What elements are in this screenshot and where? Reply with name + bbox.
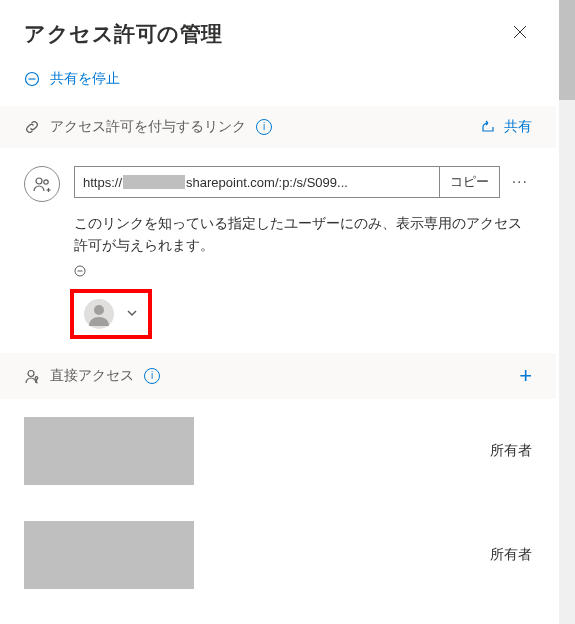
direct-access-section-header: 直接アクセス i +: [0, 353, 556, 399]
share-button[interactable]: 共有: [480, 118, 532, 136]
copy-link-button[interactable]: コピー: [439, 167, 499, 197]
share-url-prefix: https://: [83, 175, 122, 190]
member-role: 所有者: [490, 442, 532, 460]
link-icon: [24, 119, 40, 135]
remove-link-button[interactable]: [74, 263, 532, 281]
close-button[interactable]: [508, 20, 532, 44]
add-direct-access-button[interactable]: +: [519, 365, 532, 387]
avatar: [84, 299, 114, 329]
svg-point-5: [44, 180, 48, 184]
links-section-header: アクセス許可を付与するリンク i 共有: [0, 106, 556, 148]
page-title: アクセス許可の管理: [24, 20, 223, 48]
close-icon: [512, 24, 528, 40]
remove-icon: [74, 265, 86, 277]
member-row[interactable]: 所有者: [0, 503, 556, 607]
links-section-title: アクセス許可を付与するリンク: [50, 118, 246, 136]
member-identity-redacted: [24, 521, 194, 589]
stop-sharing-button[interactable]: 共有を停止: [0, 58, 556, 106]
links-info-icon[interactable]: i: [256, 119, 272, 135]
people-scope-icon: [24, 166, 60, 202]
link-members-expand[interactable]: [70, 289, 152, 339]
scrollbar-thumb[interactable]: [559, 0, 575, 100]
member-identity-redacted: [24, 417, 194, 485]
share-icon: [480, 119, 496, 135]
direct-access-info-icon[interactable]: i: [144, 368, 160, 384]
svg-point-11: [28, 370, 34, 376]
share-url-field[interactable]: https:// sharepoint.com/:p:/s/S099... コピ…: [74, 166, 500, 198]
svg-point-12: [35, 376, 38, 379]
share-url-text: https:// sharepoint.com/:p:/s/S099...: [75, 167, 439, 197]
svg-point-4: [36, 178, 42, 184]
redacted-tenant: [123, 175, 185, 189]
share-label: 共有: [504, 118, 532, 136]
svg-point-10: [94, 305, 104, 315]
scrollbar-track[interactable]: [559, 0, 575, 624]
link-description: このリンクを知っている指定したユーザーにのみ、表示専用のアクセス許可が与えられま…: [74, 212, 532, 257]
person-icon: [87, 302, 111, 326]
share-url-suffix: sharepoint.com/:p:/s/S099...: [186, 175, 348, 190]
member-role: 所有者: [490, 546, 532, 564]
link-more-button[interactable]: ···: [508, 173, 532, 191]
chevron-down-icon: [126, 305, 138, 323]
member-row[interactable]: 所有者: [0, 399, 556, 503]
direct-access-title: 直接アクセス: [50, 367, 134, 385]
stop-sharing-label: 共有を停止: [50, 70, 120, 88]
stop-sharing-icon: [24, 71, 40, 87]
person-access-icon: [24, 368, 40, 384]
